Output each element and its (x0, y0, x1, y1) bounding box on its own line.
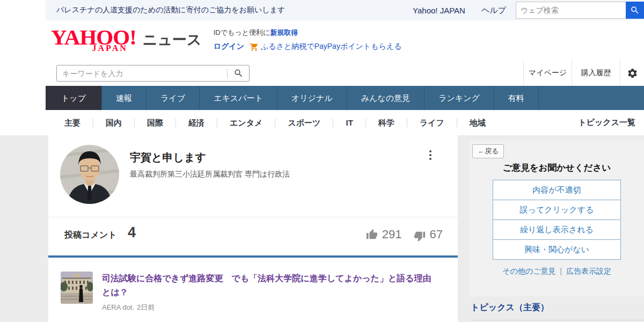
profile-name: 宇賀と申します (130, 150, 206, 165)
reaction-stats: 291 67 (366, 228, 443, 241)
profile-description: 最高裁判所第三小法廷所属裁判官 専門は行政法 (130, 170, 290, 179)
option-not-interested[interactable]: 興味・関心がない (493, 239, 621, 260)
login-link[interactable]: ログイン (214, 42, 244, 52)
subnav-item-entertainment[interactable]: エンタメ (217, 119, 275, 127)
subnav-item-life[interactable]: ライフ (407, 119, 457, 127)
topics-list-link[interactable]: トピックス一覧 (578, 118, 635, 128)
subnav-item-sports[interactable]: スポーツ (275, 119, 333, 127)
register-link[interactable]: 新規取得 (270, 28, 298, 36)
article-time: 2日前 (137, 303, 155, 311)
ad-settings-link[interactable]: 広告表示設定 (566, 267, 611, 275)
header: YAHOO! JAPAN ニュース IDでもっと便利に新規取得 ログイン ふるさ… (46, 20, 644, 60)
tab-ranking[interactable]: ランキング (425, 86, 494, 110)
settings-button[interactable] (620, 60, 644, 86)
tab-live[interactable]: ライブ (147, 86, 200, 110)
card-divider (48, 217, 458, 217)
thumbs-down-icon (414, 230, 426, 242)
subnav-item-main[interactable]: 主要 (52, 119, 93, 127)
option-inappropriate[interactable]: 内容が不適切 (493, 180, 621, 200)
web-search-button[interactable] (626, 2, 644, 19)
yahoo-news-page: パレスチナの人道支援のための活動に寄付のご協力をお願いします Yahoo! JA… (0, 0, 644, 322)
tab-opinions[interactable]: みんなの意見 (347, 86, 425, 110)
tab-original[interactable]: オリジナル (277, 86, 347, 110)
section-divider-blue (48, 255, 458, 258)
donation-banner-link[interactable]: パレスチナの人道支援のための活動に寄付のご協力をお願いします (56, 5, 285, 15)
subnav-item-domestic[interactable]: 国内 (93, 119, 135, 127)
tab-breaking[interactable]: 速報 (102, 86, 147, 110)
yahoo-japan-link[interactable]: Yahoo! JAPAN (413, 6, 465, 15)
tab-top[interactable]: トップ (46, 86, 102, 110)
web-search-box (516, 2, 644, 19)
web-search-input[interactable] (516, 2, 626, 19)
keyword-search-button[interactable] (228, 65, 249, 81)
thumbs-up-icon (366, 229, 378, 240)
link-separator: | (560, 267, 562, 275)
feedback-options: 内容が不適切 誤ってクリックする 繰り返し表示される 興味・関心がない (493, 180, 621, 260)
comments-count: 4 (128, 224, 136, 241)
account-promo: IDでもっと便利に新規取得 ログイン ふるさと納税でPayPayポイントもらえる (214, 28, 402, 52)
header-utilities: マイページ 購入履歴 (523, 60, 644, 86)
subnav-item-economy[interactable]: 経済 (176, 119, 217, 127)
primary-nav: トップ 速報 ライブ エキスパート オリジナル みんなの意見 ランキング 有料 (46, 86, 644, 110)
tab-expert[interactable]: エキスパート (200, 86, 277, 110)
top-banner: パレスチナの人道支援のための活動に寄付のご協力をお願いします Yahoo! JA… (46, 0, 644, 20)
search-icon (630, 5, 640, 15)
likes-count: 291 (382, 228, 402, 241)
subnav-item-international[interactable]: 国際 (135, 119, 176, 127)
topics-section-heading: トピックス（主要） (471, 302, 549, 313)
article-source: AERA dot. (102, 303, 134, 311)
comment-article-row: 司法試験に合格できず進路変更 でも「法科大学院に進学してよかった」と語る理由とは… (61, 272, 436, 312)
keyword-search-input[interactable] (57, 69, 227, 78)
keyword-search-box (56, 65, 250, 82)
subnav-item-it[interactable]: IT (333, 119, 365, 127)
mypage-link[interactable]: マイページ (523, 60, 572, 86)
service-name-news[interactable]: ニュース (143, 30, 202, 49)
help-link[interactable]: ヘルプ (481, 5, 506, 16)
subnav-item-regional[interactable]: 地域 (457, 119, 498, 127)
kebab-menu-button[interactable] (427, 148, 434, 162)
search-toolbar: マイページ 購入履歴 (46, 60, 644, 86)
search-icon (233, 68, 244, 78)
dislikes-count: 67 (430, 228, 443, 241)
avatar (60, 145, 119, 204)
feedback-links: その他のご意見|広告表示設定 (470, 267, 644, 276)
article-meta: AERA dot.2日前 (102, 303, 436, 312)
subnav-item-science[interactable]: 科学 (366, 119, 407, 127)
yahoo-logo[interactable]: YAHOO! JAPAN (51, 27, 136, 53)
option-misclick[interactable]: 誤ってクリックする (493, 200, 621, 220)
topics-divider (470, 320, 644, 320)
id-benefit-text: IDでもっと便利に (214, 28, 270, 36)
purchase-history-link[interactable]: 購入履歴 (572, 60, 620, 86)
back-button[interactable]: ←戻る (472, 144, 504, 158)
tab-paid[interactable]: 有料 (494, 86, 539, 110)
comments-label: 投稿コメント (64, 230, 117, 241)
feedback-title: ご意見をお聞かせください (470, 162, 644, 174)
ad-feedback-panel: ←戻る ご意見をお聞かせください 内容が不適切 誤ってクリックする 繰り返し表示… (470, 140, 644, 296)
gear-icon (627, 68, 638, 79)
profile-card: 宇賀と申します 最高裁判所第三小法廷所属裁判官 専門は行政法 投稿コメント 4 … (48, 135, 458, 322)
option-repetitive[interactable]: 繰り返し表示される (493, 219, 621, 240)
category-nav: 主要 国内 国際 経済 エンタメ スポーツ IT 科学 ライフ 地域 トピックス… (46, 110, 644, 135)
furusato-promo-link[interactable]: ふるさと納税でPayPayポイントもらえる (261, 42, 402, 52)
article-thumbnail[interactable] (61, 272, 93, 304)
article-title-link[interactable]: 司法試験に合格できず進路変更 でも「法科大学院に進学してよかった」と語る理由とは… (102, 272, 436, 300)
other-feedback-link[interactable]: その他のご意見 (502, 267, 555, 275)
cart-icon (250, 42, 259, 52)
